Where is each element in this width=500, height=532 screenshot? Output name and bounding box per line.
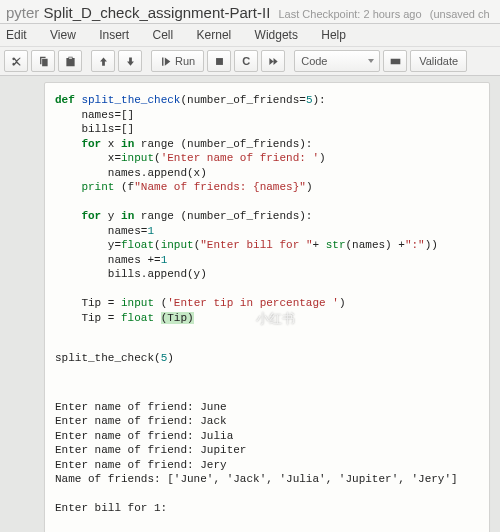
arrow-down-icon	[125, 56, 136, 67]
menu-kernel[interactable]: Kernel	[197, 28, 232, 42]
menu-view[interactable]: View	[50, 28, 76, 42]
move-down-button[interactable]	[118, 50, 142, 72]
move-up-button[interactable]	[91, 50, 115, 72]
scissors-icon	[11, 56, 22, 67]
unsaved-text: (unsaved ch	[430, 8, 490, 20]
menubar: Edit View Insert Cell Kernel Widgets Hel…	[0, 24, 500, 47]
jupyter-logo-fragment: pyter	[6, 4, 39, 21]
paste-icon	[65, 56, 76, 67]
notebook-title[interactable]: Split_D_check_assignment-Part-II	[44, 4, 271, 21]
stop-icon	[214, 56, 225, 67]
menu-edit[interactable]: Edit	[6, 28, 27, 42]
celltype-value: Code	[301, 55, 327, 67]
keyboard-icon	[390, 56, 401, 67]
fast-forward-icon	[268, 56, 279, 67]
cut-button[interactable]	[4, 50, 28, 72]
copy-button[interactable]	[31, 50, 55, 72]
celltype-select[interactable]: Code	[294, 50, 380, 72]
restart-glyph: C	[242, 55, 250, 67]
checkpoint-text: Last Checkpoint: 2 hours ago	[278, 8, 421, 20]
arrow-up-icon	[98, 56, 109, 67]
output-area: Enter name of friend: June Enter name of…	[55, 400, 479, 516]
paste-button[interactable]	[58, 50, 82, 72]
copy-icon	[38, 56, 49, 67]
restart-button[interactable]: C	[234, 50, 258, 72]
notebook-header: pyter Split_D_check_assignment-Part-II L…	[0, 0, 500, 24]
code-cell[interactable]: def split_the_check(number_of_friends=5)…	[55, 93, 479, 325]
validate-button[interactable]: Validate	[410, 50, 467, 72]
menu-widgets[interactable]: Widgets	[255, 28, 298, 42]
menu-cell[interactable]: Cell	[153, 28, 174, 42]
run-step-icon	[160, 56, 171, 67]
menu-insert[interactable]: Insert	[99, 28, 129, 42]
command-palette-button[interactable]	[383, 50, 407, 72]
validate-label: Validate	[419, 55, 458, 67]
run-button[interactable]: Run	[151, 50, 204, 72]
notebook-area: def split_the_check(number_of_friends=5)…	[44, 82, 490, 532]
menu-help[interactable]: Help	[321, 28, 346, 42]
run-label: Run	[175, 55, 195, 67]
call-cell[interactable]: split_the_check(5)	[55, 351, 479, 366]
toolbar: Run C Code Validate	[0, 47, 500, 76]
restart-run-all-button[interactable]	[261, 50, 285, 72]
interrupt-button[interactable]	[207, 50, 231, 72]
